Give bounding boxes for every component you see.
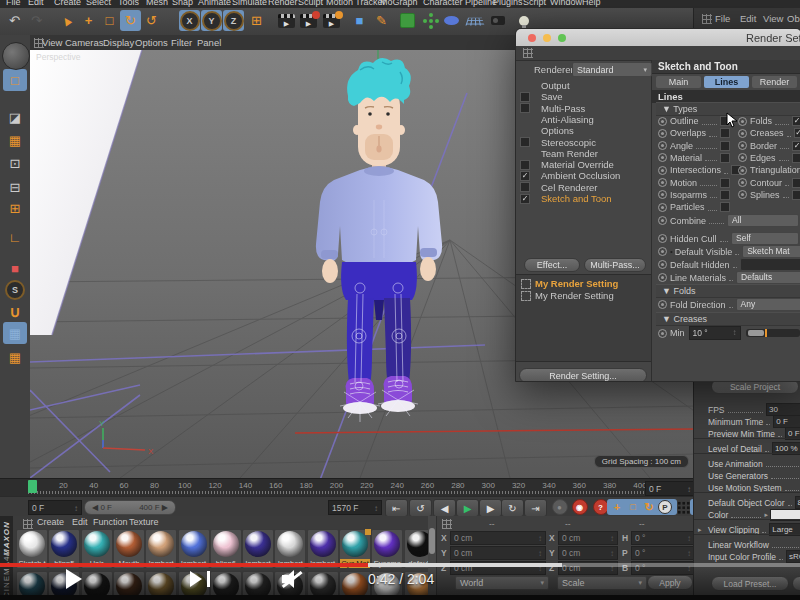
enable-radio-icon[interactable] — [658, 117, 667, 126]
stepper-icon[interactable] — [538, 548, 542, 558]
total-frames-field[interactable]: 1570 F — [328, 500, 382, 515]
combine-dropdown[interactable]: All — [727, 214, 799, 227]
menubar-item-mesh[interactable]: Mesh — [146, 0, 168, 7]
tree-item-anti-aliasing[interactable]: Anti-Aliasing — [516, 114, 651, 125]
magnet-icon[interactable]: ∪ — [3, 301, 27, 323]
coord-size-field[interactable]: 0 cm — [558, 546, 618, 560]
render-view-icon[interactable]: ▶ — [276, 10, 297, 31]
viewport-menu-view[interactable]: View — [42, 37, 62, 48]
enable-radio-icon[interactable] — [738, 166, 747, 175]
goto-end-button[interactable]: ⇥ — [524, 499, 547, 517]
scale-tool-icon[interactable]: □ — [99, 10, 120, 31]
loop-button[interactable]: ↻ — [501, 499, 524, 517]
workplane-mode-icon[interactable]: ▦ — [3, 129, 27, 151]
stepper-icon[interactable] — [74, 503, 78, 513]
enable-radio-icon[interactable] — [658, 141, 667, 150]
preset-item[interactable]: My Render Setting — [535, 278, 618, 289]
pen-spline-icon[interactable]: ✎ — [371, 10, 392, 31]
line-type-checkbox[interactable] — [720, 128, 730, 138]
rotate-tool-icon[interactable]: ↻ — [120, 10, 141, 31]
coordinate-system-icon[interactable]: ⊞ — [246, 10, 267, 31]
primitive-cube-icon[interactable]: ■ — [349, 10, 370, 31]
tree-checkbox[interactable] — [520, 103, 530, 113]
option-value-dropdown[interactable]: Defaults — [736, 271, 800, 284]
min-slider[interactable] — [746, 329, 800, 337]
axis-y-button[interactable]: Y — [201, 10, 222, 31]
polygons-mode-icon[interactable]: ⊞ — [3, 197, 27, 219]
coord-rotation-field[interactable]: 0 ° — [631, 531, 694, 545]
line-type-checkbox[interactable]: ✓ — [794, 128, 800, 138]
line-type-checkbox[interactable] — [792, 153, 800, 163]
objects-menu-file[interactable]: File — [715, 13, 730, 24]
tree-item-output[interactable]: Output — [516, 80, 651, 91]
menubar-item-mograph[interactable]: MoGraph — [380, 0, 418, 7]
option-value-dropdown[interactable] — [740, 258, 800, 271]
enable-radio-icon[interactable] — [658, 216, 667, 225]
creases-group-bar[interactable]: ▼ Creases — [656, 312, 800, 326]
line-type-checkbox[interactable]: ✓ — [792, 141, 800, 151]
tab-render[interactable]: Render — [752, 76, 797, 88]
zoom-window-icon[interactable] — [558, 34, 566, 42]
option-value-dropdown[interactable]: Sketch Mat — [742, 245, 800, 258]
tree-item-multi-pass[interactable]: Multi-Pass — [516, 103, 651, 114]
materials-menu-texture[interactable]: Texture — [129, 517, 159, 527]
panel-menu-icon[interactable] — [23, 519, 33, 529]
line-type-checkbox[interactable] — [720, 178, 730, 188]
effect-button[interactable]: Effect... — [524, 258, 580, 272]
menubar-item-snap[interactable]: Snap — [172, 0, 193, 7]
tree-checkbox[interactable]: ✓ — [520, 194, 530, 204]
enable-radio-icon[interactable] — [738, 117, 747, 126]
video-progress-bar[interactable] — [0, 563, 800, 567]
enable-radio-icon[interactable] — [738, 178, 747, 187]
workplane-lock-icon[interactable]: ▦ — [3, 322, 27, 344]
key-position-icon[interactable]: + — [609, 499, 625, 515]
current-frame-field[interactable]: 0 F — [28, 500, 82, 515]
tree-checkbox[interactable] — [520, 137, 530, 147]
axis-x-button[interactable]: X — [179, 10, 200, 31]
enable-radio-icon[interactable] — [658, 166, 667, 175]
preset-item[interactable]: My Render Setting — [535, 290, 614, 301]
video-next-icon[interactable] — [190, 571, 210, 591]
minimize-window-icon[interactable] — [543, 34, 551, 42]
snap-workplane-icon[interactable]: ▦ — [3, 346, 27, 368]
viewport-menu-display[interactable]: Display — [103, 37, 134, 48]
key-parameter-icon[interactable]: P — [657, 499, 673, 515]
enable-radio-icon[interactable] — [658, 129, 667, 138]
move-tool-icon[interactable]: + — [78, 10, 99, 31]
spline-primitive-icon[interactable] — [441, 10, 462, 31]
menubar-item-script[interactable]: Script — [523, 0, 546, 7]
key-scale-icon[interactable]: □ — [625, 499, 641, 515]
frame-range-slider[interactable]: ◀ 0 F400 F ▶ — [84, 500, 176, 515]
camera-label[interactable]: Perspective — [34, 52, 82, 62]
menubar-item-edit[interactable]: Edit — [28, 0, 44, 7]
stepper-icon[interactable] — [687, 484, 691, 494]
menubar-item-file[interactable]: File — [6, 0, 21, 7]
stepper-icon[interactable] — [610, 548, 614, 558]
min-value-field[interactable]: 10 °↕ — [689, 326, 741, 340]
enable-axis-icon[interactable]: ∟ — [3, 226, 27, 248]
snap-settings-icon[interactable]: S — [3, 279, 27, 301]
enable-radio-icon[interactable] — [738, 129, 747, 138]
tree-item-stereoscopic[interactable]: Stereoscopic — [516, 137, 651, 148]
stepper-icon[interactable] — [687, 533, 691, 543]
expand-arrow-icon[interactable]: ▸ — [698, 526, 702, 534]
tree-item-material-override[interactable]: Material Override — [516, 159, 651, 170]
undo-icon[interactable]: ↶ — [4, 10, 25, 31]
tree-item-ambient-occlusion[interactable]: ✓Ambient Occlusion — [516, 170, 651, 181]
previous-frame-button[interactable]: ◀ — [433, 499, 456, 517]
video-play-icon[interactable] — [66, 569, 82, 589]
option-value-dropdown[interactable]: Self — [731, 232, 799, 245]
slider-handle[interactable] — [748, 330, 764, 336]
render-setting-button[interactable]: Render Setting... — [519, 368, 647, 382]
coord-position-field[interactable]: 0 cm — [450, 546, 546, 560]
edit-render-settings-icon[interactable]: ▶ — [321, 10, 342, 31]
coord-position-field[interactable]: 0 cm — [450, 531, 546, 545]
enable-radio-icon[interactable] — [738, 190, 747, 199]
enable-radio-icon[interactable] — [658, 234, 667, 243]
viewport-menu-cameras[interactable]: Cameras — [65, 37, 104, 48]
coords-header[interactable]: -- — [639, 519, 645, 529]
timeline-end-frame-field[interactable]: 0 F — [645, 481, 695, 496]
menubar-item-help[interactable]: Help — [582, 0, 601, 7]
stepper-icon[interactable]: ↕ — [733, 327, 737, 339]
tree-item-cel-renderer[interactable]: Cel Renderer — [516, 182, 651, 193]
